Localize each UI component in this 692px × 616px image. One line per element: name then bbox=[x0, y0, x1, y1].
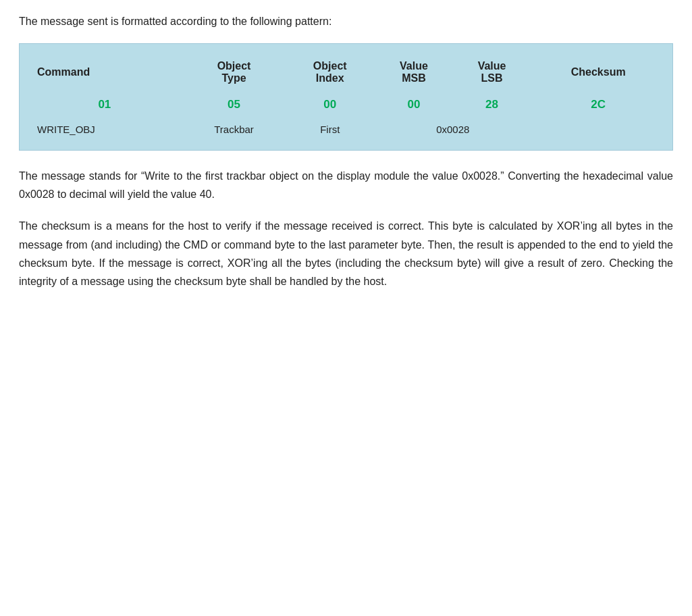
value-object-type: 05 bbox=[183, 93, 286, 117]
paragraph-1: The message stands for “Write to the fir… bbox=[19, 167, 673, 203]
paragraph-2: The checksum is a means for the host to … bbox=[19, 217, 673, 290]
header-value-msb: Value MSB bbox=[375, 55, 453, 93]
header-value-lsb: Value LSB bbox=[453, 55, 531, 93]
value-lsb: 28 bbox=[453, 93, 531, 117]
value-object-index: 00 bbox=[285, 93, 375, 117]
header-object-type: Object Type bbox=[183, 55, 286, 93]
value-checksum: 2C bbox=[531, 93, 666, 117]
header-checksum: Checksum bbox=[531, 55, 666, 93]
table-header-row: Command Object Type Object Index Value M… bbox=[26, 55, 666, 93]
table-labels-row: WRITE_OBJ Trackbar First 0x0028 bbox=[26, 117, 666, 139]
intro-text: The message sent is formatted according … bbox=[19, 14, 673, 30]
label-object-type: Trackbar bbox=[183, 117, 286, 139]
label-object-index: First bbox=[285, 117, 375, 139]
label-value-combined: 0x0028 bbox=[375, 117, 531, 139]
label-command: WRITE_OBJ bbox=[26, 117, 183, 139]
message-table-container: Command Object Type Object Index Value M… bbox=[19, 43, 673, 151]
label-checksum-empty bbox=[531, 117, 666, 139]
header-command: Command bbox=[26, 55, 183, 93]
header-object-index: Object Index bbox=[285, 55, 375, 93]
value-msb: 00 bbox=[375, 93, 453, 117]
table-values-row: 01 05 00 00 28 2C bbox=[26, 93, 666, 117]
message-table: Command Object Type Object Index Value M… bbox=[26, 55, 666, 139]
value-command: 01 bbox=[26, 93, 183, 117]
